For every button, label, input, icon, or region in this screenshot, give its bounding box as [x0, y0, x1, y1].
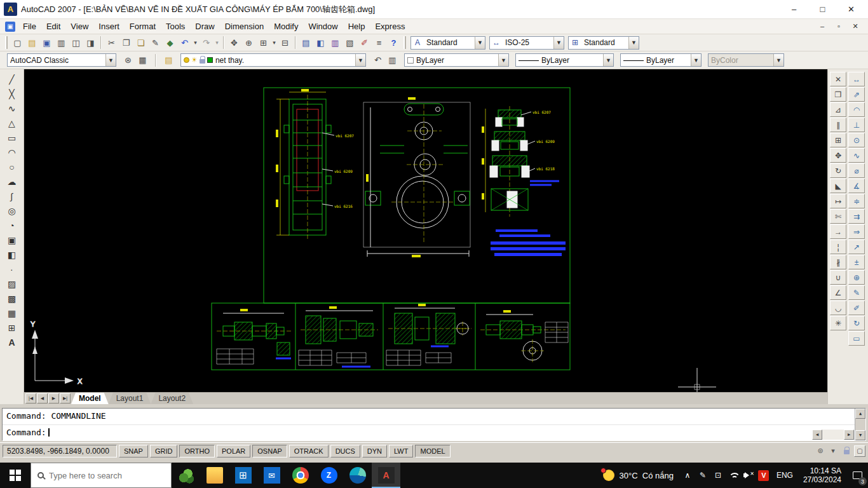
menu-draw[interactable]: Draw: [190, 20, 219, 33]
fillet-icon[interactable]: ◡: [830, 301, 846, 315]
block-editor-icon[interactable]: ◆: [163, 36, 177, 50]
ellipse-arc-icon[interactable]: ◔: [4, 218, 20, 233]
undo-icon[interactable]: ↶: [177, 36, 192, 50]
explode-icon[interactable]: ✳: [830, 316, 846, 330]
polygon-icon[interactable]: △: [4, 116, 20, 130]
revision-cloud-icon[interactable]: ☁: [4, 174, 20, 189]
menu-modify[interactable]: Modify: [269, 20, 303, 33]
autocad-taskbar-icon[interactable]: A: [372, 463, 400, 488]
scale-icon[interactable]: ◣: [830, 179, 846, 193]
save-icon[interactable]: ▣: [39, 36, 54, 50]
command-hscrollbar[interactable]: ◀ ▶: [812, 430, 854, 440]
markup-set-manager-icon[interactable]: ✐: [357, 36, 372, 50]
tab-scroll-last[interactable]: ▶|: [60, 393, 71, 403]
separator[interactable]: [223, 36, 224, 49]
chevron-down-icon[interactable]: ▼: [553, 37, 564, 49]
chamfer-icon[interactable]: ∠: [830, 285, 846, 300]
language-indicator[interactable]: ENG: [771, 471, 798, 480]
file-explorer-icon[interactable]: [200, 463, 229, 488]
tab-scroll-first[interactable]: |◀: [25, 393, 36, 403]
menu-insert[interactable]: Insert: [93, 20, 125, 33]
menu-edit[interactable]: Edit: [41, 20, 65, 33]
arc-length-icon[interactable]: ◠: [848, 102, 865, 117]
multiline-text-icon[interactable]: A: [4, 335, 20, 349]
minimize-button[interactable]: –: [780, 0, 808, 18]
arc-icon[interactable]: ◠: [4, 145, 20, 159]
scroll-left-icon[interactable]: ◀: [812, 430, 822, 440]
volume-muted-icon[interactable]: ✕: [741, 463, 756, 488]
lineweight-combo[interactable]: ByLayer ▼: [620, 53, 702, 67]
zoom-flyout-arrow[interactable]: ▾: [271, 36, 278, 50]
weather-widget[interactable]: 30°C Có nắng: [597, 463, 679, 488]
coordinates-readout[interactable]: 5203.8498, -966.1849, 0.0000: [3, 445, 117, 458]
dim-style-combo[interactable]: ↔ ISO-25 ▼: [489, 36, 564, 50]
insert-block-icon[interactable]: ▣: [4, 233, 20, 247]
chrome-icon[interactable]: [286, 463, 315, 488]
sheet-set-manager-icon[interactable]: ▧: [342, 36, 357, 50]
rectangle-icon[interactable]: ▭: [4, 130, 20, 145]
dimension-edit-icon[interactable]: ✎: [848, 285, 865, 300]
stretch-icon[interactable]: ↦: [830, 194, 846, 208]
doc-minimize-button[interactable]: –: [817, 22, 827, 30]
command-vscrollbar[interactable]: ▲ ▼: [855, 409, 865, 440]
plot-preview-icon[interactable]: ◫: [69, 36, 83, 50]
menu-window[interactable]: Window: [303, 20, 342, 33]
ordinate-icon[interactable]: ⊥: [848, 118, 865, 132]
tab-scroll-prev[interactable]: ◀: [37, 393, 48, 403]
plot-icon[interactable]: ▥: [54, 36, 69, 50]
tool-palettes-icon[interactable]: ▥: [328, 36, 342, 50]
command-window[interactable]: Command: COMMANDLINE Command: ◀ ▶ ▲ ▼: [2, 408, 866, 441]
scroll-up-icon[interactable]: ▲: [855, 409, 865, 419]
baseline-dimension-icon[interactable]: ⇉: [848, 209, 865, 224]
quickcalc-icon[interactable]: ≡: [372, 36, 386, 50]
toggle-grid[interactable]: GRID: [150, 445, 178, 458]
layer-on-icon[interactable]: [184, 57, 189, 63]
aligned-dimension-icon[interactable]: ⇗: [848, 87, 865, 102]
toggle-ducs[interactable]: DUCS: [330, 445, 360, 458]
qnew-icon[interactable]: ▢: [10, 36, 25, 50]
chevron-down-icon[interactable]: ▼: [628, 37, 639, 49]
break-at-point-icon[interactable]: ¦: [830, 240, 846, 254]
dimension-text-edit-icon[interactable]: ✐: [848, 301, 865, 315]
toggle-snap[interactable]: SNAP: [119, 445, 148, 458]
linear-dimension-icon[interactable]: ↔: [848, 72, 865, 86]
diameter-dimension-icon[interactable]: ⌀: [848, 163, 865, 178]
move-icon[interactable]: ✥: [830, 148, 846, 163]
toolbar-lock-icon[interactable]: [841, 445, 852, 457]
layer-freeze-icon[interactable]: ☀: [191, 57, 198, 64]
gradient-icon[interactable]: ▩: [4, 291, 20, 306]
dimension-update-icon[interactable]: ↻: [848, 316, 865, 330]
tolerance-icon[interactable]: ±: [848, 255, 865, 269]
drawing-canvas[interactable]: vbi 6207 vbi 6209 vbi 6216: [24, 69, 827, 392]
layer-previous-icon[interactable]: ↶: [370, 53, 385, 67]
zoom-realtime-icon[interactable]: ⊕: [241, 36, 256, 50]
break-icon[interactable]: ∦: [830, 255, 846, 269]
wifi-icon[interactable]: [726, 463, 741, 488]
layer-states-manager-icon[interactable]: ▥: [385, 53, 400, 67]
chevron-down-icon[interactable]: ▼: [105, 54, 116, 66]
tab-model[interactable]: Model: [71, 393, 109, 404]
angular-dimension-icon[interactable]: ∡: [848, 179, 865, 193]
pen-icon[interactable]: ✎: [695, 463, 710, 488]
spline-icon[interactable]: ∫: [4, 189, 20, 203]
chevron-down-icon[interactable]: ▼: [355, 54, 365, 66]
tab-layout1[interactable]: Layout1: [109, 393, 151, 404]
layer-lock-icon[interactable]: [200, 59, 205, 64]
menu-view[interactable]: View: [65, 20, 93, 33]
designcenter-icon[interactable]: ◧: [313, 36, 328, 50]
radius-dimension-icon[interactable]: ⊙: [848, 133, 865, 147]
center-mark-icon[interactable]: ⊕: [848, 270, 865, 285]
properties-icon[interactable]: ▤: [299, 36, 313, 50]
table-style-combo[interactable]: ⊞ Standard ▼: [568, 36, 639, 50]
workspace-combo[interactable]: AutoCAD Classic ▼: [7, 53, 116, 67]
toolbar-grip[interactable]: [5, 36, 8, 49]
toolbar-grip[interactable]: [403, 36, 406, 49]
copy-icon[interactable]: ❐: [119, 36, 133, 50]
workspace-settings-icon[interactable]: ⊛: [121, 53, 135, 67]
status-menu-arrow-icon[interactable]: ▾: [827, 445, 839, 457]
copy-object-icon[interactable]: ❐: [830, 87, 846, 102]
separator[interactable]: [295, 36, 296, 49]
mirror-icon[interactable]: ⊿: [830, 102, 846, 117]
toggle-dyn[interactable]: DYN: [362, 445, 387, 458]
make-block-icon[interactable]: ◧: [4, 247, 20, 262]
